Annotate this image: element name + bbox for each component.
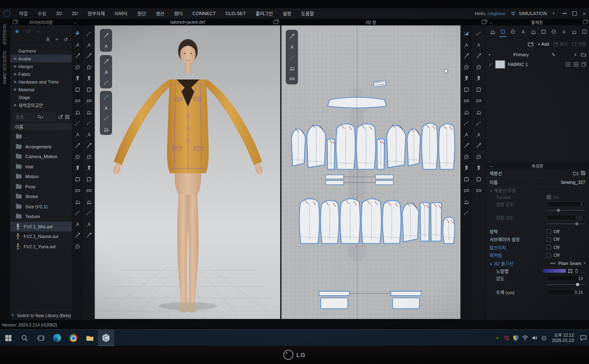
save-preset-icon[interactable] bbox=[581, 171, 585, 175]
object-tab-bow[interactable]: A bbox=[559, 26, 569, 37]
library-tree-item-5[interactable]: ▶Material bbox=[10, 86, 72, 93]
fabric-expand-icon[interactable] bbox=[566, 62, 571, 67]
tshirt-icon[interactable] bbox=[102, 57, 110, 65]
object-tab-trim[interactable] bbox=[569, 26, 579, 37]
edit-pattern-tool-icon[interactable]: A bbox=[461, 40, 471, 49]
add-library-icon[interactable]: + bbox=[55, 37, 58, 42]
mn-sewing-tool-icon[interactable] bbox=[474, 51, 483, 60]
simulate-tool-icon[interactable] bbox=[73, 29, 82, 38]
attach-button-tool-icon[interactable] bbox=[84, 118, 94, 128]
sewing-type-group-label[interactable]: 재봉선 유형 bbox=[494, 188, 516, 193]
fabric-check-icon[interactable]: ✓ bbox=[489, 62, 492, 67]
tree-expand-icon[interactable]: ▶ bbox=[14, 103, 18, 107]
library-file-3[interactable]: Hair bbox=[10, 162, 72, 172]
close-button[interactable]: × bbox=[582, 11, 586, 16]
fold-strength-slider[interactable] bbox=[547, 209, 585, 212]
garment-fit-icon[interactable]: A bbox=[102, 42, 110, 50]
seam-type-caret[interactable]: ▾ bbox=[584, 261, 585, 265]
normal-map-grid-icon[interactable] bbox=[568, 269, 572, 273]
menu-item-13[interactable]: 도움말 bbox=[297, 9, 319, 18]
fabric-group-name[interactable]: Primary bbox=[490, 52, 551, 57]
pattern-outline-tool-icon[interactable] bbox=[461, 208, 471, 217]
volume-icon[interactable] bbox=[532, 335, 538, 340]
library-file-2[interactable]: Camera_Motion bbox=[10, 152, 72, 162]
library-tree-item-7[interactable]: ▶새싹강의교안 bbox=[10, 101, 72, 109]
grid-layout-tool-icon[interactable] bbox=[474, 185, 483, 195]
library-tree-item-3[interactable]: ▶Fabric bbox=[10, 70, 72, 78]
layer-tool-icon[interactable] bbox=[84, 152, 94, 161]
turned-checkbox[interactable] bbox=[547, 195, 551, 199]
apply-fabric-button[interactable]: 적용 bbox=[572, 41, 586, 47]
sewing-name-value[interactable]: Sewing_327 bbox=[560, 180, 585, 185]
free-sewing-tool-icon[interactable]: A bbox=[474, 40, 483, 49]
library-tree-item-2[interactable]: ▶Hanger bbox=[10, 62, 72, 70]
grading-text-tool-icon[interactable] bbox=[461, 185, 471, 195]
tshirt-home-icon[interactable] bbox=[288, 74, 296, 82]
menu-item-0[interactable]: 파일 bbox=[15, 9, 32, 18]
menu-item-8[interactable]: 렌더 bbox=[170, 9, 187, 18]
menu-item-7[interactable]: 생산 bbox=[151, 9, 169, 18]
object-tab-fabric[interactable] bbox=[498, 26, 507, 37]
wifi-icon[interactable] bbox=[522, 335, 528, 340]
free-sew-tool-icon[interactable] bbox=[73, 85, 82, 94]
recent-tab-icon[interactable]: ↺ bbox=[26, 29, 31, 35]
curve-pen-icon[interactable] bbox=[288, 32, 296, 40]
mn-sew-tool-icon[interactable] bbox=[73, 96, 82, 105]
nvidia-tray-icon[interactable] bbox=[495, 335, 501, 341]
sync-error-tray-icon[interactable] bbox=[541, 335, 547, 341]
menu-item-4[interactable]: 원부자재 bbox=[83, 9, 109, 18]
pattern-piece-0[interactable] bbox=[291, 129, 305, 166]
library-tree-item-4[interactable]: ▶Hardware and Trims bbox=[10, 78, 72, 86]
collapse-arrow-icon[interactable]: ← bbox=[73, 20, 78, 24]
pin-tool-icon[interactable] bbox=[73, 62, 82, 72]
cut-sew-tool-icon[interactable]: A bbox=[461, 130, 471, 139]
remesh-tool-icon[interactable] bbox=[84, 62, 94, 72]
sew-direction-tool-icon[interactable] bbox=[73, 107, 82, 117]
stitch-check-tool-icon[interactable] bbox=[474, 107, 483, 117]
fabric-view-icon[interactable] bbox=[102, 93, 110, 101]
favorites-tab-icon[interactable]: ★ bbox=[14, 28, 20, 35]
object-tab-puckering[interactable] bbox=[549, 26, 558, 37]
pattern-piece-5[interactable] bbox=[377, 139, 384, 169]
search-input[interactable] bbox=[15, 114, 38, 120]
fabric-swatch[interactable] bbox=[495, 60, 505, 68]
style-jacket-tool-icon[interactable] bbox=[73, 152, 82, 161]
copy-fabric-button[interactable]: 복사 bbox=[554, 41, 568, 47]
fabric-texture-icon[interactable] bbox=[574, 62, 578, 67]
segment-sew-tool-icon[interactable] bbox=[73, 73, 82, 83]
info-icon[interactable] bbox=[288, 53, 296, 61]
arrange-sewing-tool-icon[interactable] bbox=[474, 96, 483, 105]
file-explorer-icon[interactable] bbox=[82, 330, 98, 346]
strength-input[interactable]: 10 bbox=[547, 276, 585, 281]
tshirt-show-icon[interactable]: A bbox=[288, 42, 296, 51]
simulation-mode-button[interactable]: SIMULATION bbox=[511, 11, 547, 16]
library-file-1[interactable]: Arrangement bbox=[10, 142, 72, 152]
more-options-icon[interactable]: … bbox=[581, 269, 585, 274]
tree-expand-icon[interactable]: ▶ bbox=[14, 80, 18, 84]
task-view-button[interactable] bbox=[33, 330, 49, 346]
select-move-tool-icon[interactable]: A bbox=[73, 40, 82, 49]
downloads-tab-icon[interactable]: ≈ bbox=[37, 29, 40, 35]
garment-pair-tool-icon[interactable] bbox=[73, 174, 82, 184]
avatar-figure[interactable] bbox=[112, 39, 264, 313]
viewport-2d[interactable]: A bbox=[281, 25, 461, 319]
start-button[interactable] bbox=[0, 330, 16, 346]
thickness-input[interactable]: 0.15 bbox=[547, 289, 585, 295]
show-sewing-tool-icon[interactable] bbox=[474, 85, 483, 94]
steam-iron-tool-icon[interactable] bbox=[84, 208, 94, 217]
tree-expand-icon[interactable]: ▶ bbox=[14, 64, 18, 68]
internal-shape-tool-icon[interactable] bbox=[461, 96, 471, 105]
username[interactable]: crkginew bbox=[488, 11, 505, 16]
retopo-tool-icon[interactable] bbox=[84, 51, 94, 60]
segment-sewing-tool-icon[interactable] bbox=[474, 29, 483, 38]
library-file-10[interactable]: FV2.1_Naomi.avt bbox=[10, 232, 72, 242]
solidify-tool-icon[interactable]: A bbox=[84, 219, 94, 229]
trace-tool-icon[interactable] bbox=[461, 118, 471, 128]
transform-pattern-tool-icon[interactable] bbox=[461, 29, 471, 38]
colorway-tool-icon[interactable] bbox=[73, 163, 82, 172]
sew-line-tool-icon[interactable]: A bbox=[474, 130, 483, 139]
walk-pose-tool-icon[interactable] bbox=[84, 29, 94, 38]
view-grid-icon[interactable] bbox=[65, 115, 69, 119]
undock-icon[interactable] bbox=[274, 20, 278, 24]
library-file-5[interactable]: Pose bbox=[10, 182, 72, 192]
